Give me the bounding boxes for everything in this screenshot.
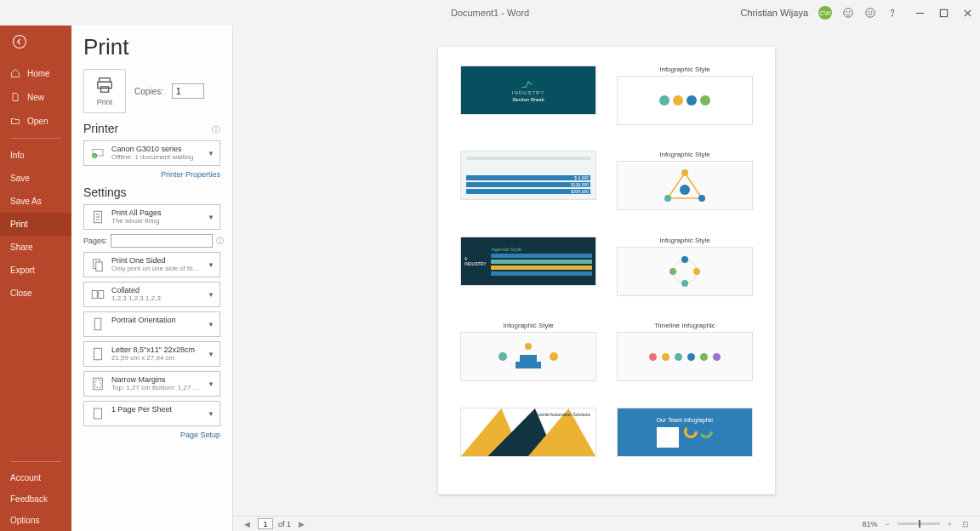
orientation-selector[interactable]: Portrait Orientation ▼: [83, 311, 220, 337]
sidebar-item-new[interactable]: New: [0, 85, 71, 109]
avatar[interactable]: CW: [818, 6, 832, 20]
user-name: Christian Wijaya: [741, 8, 808, 18]
sidebar-item-label: Open: [27, 117, 48, 126]
info-icon[interactable]: ⓘ: [212, 124, 220, 136]
svg-rect-18: [99, 291, 104, 299]
svg-point-4: [869, 11, 869, 12]
printer-name: Canon G3010 series: [111, 145, 202, 153]
slide-thumb: [617, 332, 753, 381]
svg-point-8: [14, 36, 26, 49]
next-page-button[interactable]: ▶: [296, 520, 307, 528]
back-button[interactable]: [0, 26, 71, 61]
sidebar-item-close[interactable]: Close: [0, 282, 71, 305]
sidebar-item-share[interactable]: Share: [0, 236, 71, 259]
svg-rect-10: [98, 82, 112, 88]
sidebar-item-print[interactable]: Print: [0, 213, 71, 236]
info-icon[interactable]: ⓘ: [216, 236, 224, 247]
slide-label: Infographic Style: [460, 322, 596, 329]
zoom-out-button[interactable]: −: [882, 520, 892, 528]
svg-point-29: [680, 185, 690, 195]
margins-selector[interactable]: Narrow Margins Top: 1,27 cm Bottom: 1,27…: [83, 371, 220, 397]
svg-rect-20: [94, 348, 102, 360]
svg-rect-17: [92, 291, 97, 299]
one-sided-selector[interactable]: Print One Sided Only print on one side o…: [83, 252, 220, 277]
chevron-down-icon: ▼: [208, 150, 214, 157]
copies-input[interactable]: [172, 83, 204, 99]
svg-rect-11: [100, 87, 108, 92]
minimize-button[interactable]: [914, 7, 926, 19]
close-button[interactable]: [961, 7, 973, 19]
print-button[interactable]: Print: [83, 69, 126, 113]
slide-thumb: [617, 247, 753, 296]
sidebar-item-info[interactable]: Info: [0, 144, 71, 167]
sidebar-item-label: Print: [10, 220, 28, 229]
slide-label: Timeline Infographic: [617, 322, 753, 329]
svg-point-1: [846, 11, 847, 12]
backstage-sidebar: Home New Open Info Save Save As Print Sh…: [0, 26, 71, 531]
one-sided-icon: [89, 256, 106, 273]
sidebar-item-label: Options: [10, 516, 39, 525]
paper-size-selector[interactable]: Letter 8,5"x11" 22x28cm 21,59 cm x 27,94…: [83, 341, 220, 367]
svg-rect-22: [95, 380, 100, 388]
face-smile-icon[interactable]: [842, 7, 854, 19]
svg-point-6: [892, 15, 893, 16]
paper-icon: [89, 345, 106, 363]
svg-rect-16: [96, 262, 103, 271]
chevron-down-icon: ▼: [208, 261, 214, 269]
pages-input[interactable]: [111, 234, 213, 248]
chevron-down-icon: ▼: [208, 214, 214, 221]
face-neutral-icon[interactable]: [864, 7, 876, 19]
slide-label: Infographic Style: [617, 66, 753, 73]
page-title: Print: [83, 34, 220, 60]
svg-point-5: [871, 11, 872, 12]
sidebar-item-open[interactable]: Open: [0, 109, 71, 133]
slide-label: Infographic Style: [617, 151, 753, 158]
page-number-input[interactable]: [258, 518, 273, 529]
sidebar-item-home[interactable]: Home: [0, 61, 71, 85]
sidebar-item-feedback[interactable]: Feedback: [0, 488, 71, 510]
prev-page-button[interactable]: ◀: [242, 520, 253, 528]
help-icon[interactable]: [886, 7, 898, 19]
svg-point-39: [525, 343, 532, 350]
copies-label: Copies:: [134, 87, 163, 96]
svg-point-3: [866, 9, 875, 18]
zoom-in-button[interactable]: +: [945, 520, 954, 528]
svg-point-33: [681, 280, 688, 287]
sidebar-item-saveas[interactable]: Save As: [0, 190, 71, 213]
collated-icon: [89, 286, 106, 303]
collated-selector[interactable]: Collated 1,2,3 1,2,3 1,2,3 ▼: [83, 282, 220, 307]
svg-point-44: [701, 425, 712, 437]
slide-label: Infographic Style: [617, 237, 753, 244]
printer-selector[interactable]: Canon G3010 series Offline: 1 document w…: [83, 140, 220, 166]
maximize-button[interactable]: [937, 7, 949, 19]
sidebar-item-options[interactable]: Options: [0, 510, 71, 531]
print-preview: INDUSTRYSection Break Infographic Style …: [233, 26, 980, 516]
sidebar-item-label: Share: [10, 243, 33, 252]
printer-properties-link[interactable]: Printer Properties: [83, 170, 220, 179]
sidebar-item-label: Save As: [10, 197, 42, 206]
chevron-down-icon: ▼: [208, 351, 214, 358]
svg-point-27: [698, 195, 705, 202]
printer-status: Offline: 1 document waiting: [111, 153, 202, 161]
zoom-fit-button[interactable]: ⊡: [960, 520, 971, 528]
slide-thumb: [617, 161, 753, 210]
print-range-selector[interactable]: Print All Pages The whole thing ▼: [83, 204, 220, 230]
sidebar-item-export[interactable]: Export: [0, 259, 71, 282]
svg-point-31: [681, 256, 688, 263]
svg-rect-19: [94, 318, 101, 330]
sidebar-item-account[interactable]: Account: [0, 467, 71, 488]
svg-point-43: [686, 425, 697, 437]
page-setup-link[interactable]: Page Setup: [83, 431, 220, 439]
zoom-slider[interactable]: [897, 522, 940, 525]
robot-arm-icon: [521, 78, 536, 88]
pages-icon: [89, 208, 106, 226]
page-of-label: of 1: [278, 520, 291, 528]
pages-per-sheet-selector[interactable]: 1 Page Per Sheet ▼: [83, 401, 220, 426]
per-sheet-icon: [89, 405, 106, 422]
slide-thumb: Our Team Infographic: [617, 408, 753, 457]
svg-point-34: [669, 268, 676, 275]
chevron-down-icon: ▼: [208, 410, 214, 418]
slide-thumb: [617, 76, 753, 125]
sidebar-item-save[interactable]: Save: [0, 167, 71, 190]
pages-label: Pages:: [83, 237, 107, 245]
